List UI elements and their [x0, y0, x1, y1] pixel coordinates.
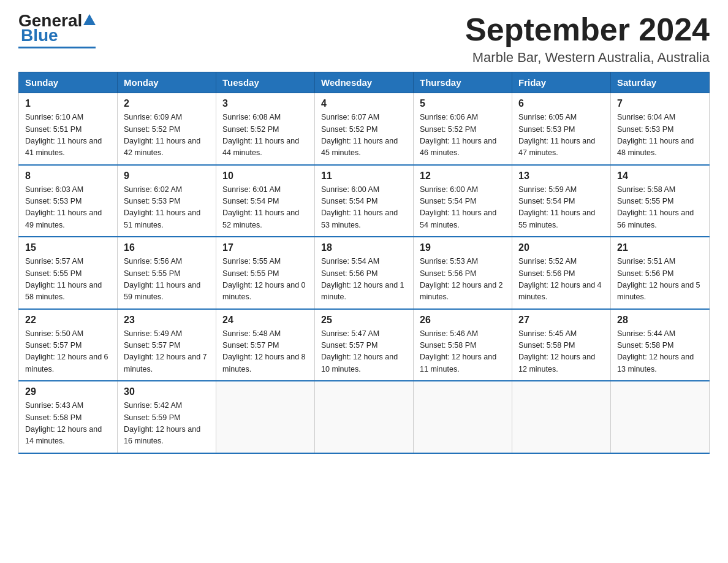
day-number: 1	[25, 98, 111, 109]
logo-triangle-icon	[83, 14, 96, 25]
day-info: Sunrise: 5:58 AMSunset: 5:55 PMDaylight:…	[617, 184, 703, 232]
logo-underline	[18, 47, 96, 48]
day-info: Sunrise: 5:46 AMSunset: 5:58 PMDaylight:…	[420, 328, 506, 376]
weekday-header-tuesday: Tuesday	[216, 72, 315, 93]
day-info: Sunrise: 5:45 AMSunset: 5:58 PMDaylight:…	[518, 328, 604, 376]
day-info: Sunrise: 6:04 AMSunset: 5:53 PMDaylight:…	[617, 112, 703, 159]
calendar-cell: 11Sunrise: 6:00 AMSunset: 5:54 PMDayligh…	[315, 165, 414, 237]
day-number: 30	[124, 386, 210, 397]
day-number: 12	[420, 170, 506, 182]
calendar-cell: 22Sunrise: 5:50 AMSunset: 5:57 PMDayligh…	[19, 309, 118, 381]
day-info: Sunrise: 6:00 AMSunset: 5:54 PMDaylight:…	[321, 184, 407, 232]
calendar-cell: 12Sunrise: 6:00 AMSunset: 5:54 PMDayligh…	[414, 165, 512, 237]
calendar-cell: 13Sunrise: 5:59 AMSunset: 5:54 PMDayligh…	[512, 165, 611, 237]
day-number: 14	[617, 170, 703, 182]
calendar-cell: 20Sunrise: 5:52 AMSunset: 5:56 PMDayligh…	[512, 237, 611, 309]
calendar-cell: 6Sunrise: 6:05 AMSunset: 5:53 PMDaylight…	[512, 93, 611, 165]
calendar-cell: 26Sunrise: 5:46 AMSunset: 5:58 PMDayligh…	[414, 309, 512, 381]
calendar-week-row: 15Sunrise: 5:57 AMSunset: 5:55 PMDayligh…	[19, 237, 710, 309]
calendar-cell: 25Sunrise: 5:47 AMSunset: 5:57 PMDayligh…	[315, 309, 414, 381]
calendar-cell	[611, 381, 710, 453]
day-number: 10	[222, 170, 308, 182]
day-number: 9	[124, 170, 210, 182]
weekday-header-wednesday: Wednesday	[315, 72, 414, 93]
day-number: 25	[321, 315, 407, 326]
calendar-cell: 8Sunrise: 6:03 AMSunset: 5:53 PMDaylight…	[19, 165, 118, 237]
day-info: Sunrise: 6:02 AMSunset: 5:53 PMDaylight:…	[124, 184, 210, 232]
day-info: Sunrise: 5:43 AMSunset: 5:58 PMDaylight:…	[25, 400, 111, 448]
day-info: Sunrise: 5:49 AMSunset: 5:57 PMDaylight:…	[124, 328, 210, 376]
day-number: 15	[25, 242, 111, 253]
calendar-week-row: 8Sunrise: 6:03 AMSunset: 5:53 PMDaylight…	[19, 165, 710, 237]
day-info: Sunrise: 6:06 AMSunset: 5:52 PMDaylight:…	[420, 112, 506, 159]
day-info: Sunrise: 6:01 AMSunset: 5:54 PMDaylight:…	[222, 184, 308, 232]
calendar-week-row: 1Sunrise: 6:10 AMSunset: 5:51 PMDaylight…	[19, 93, 710, 165]
day-info: Sunrise: 6:08 AMSunset: 5:52 PMDaylight:…	[222, 112, 308, 159]
day-info: Sunrise: 5:57 AMSunset: 5:55 PMDaylight:…	[25, 256, 111, 304]
calendar-cell: 10Sunrise: 6:01 AMSunset: 5:54 PMDayligh…	[216, 165, 315, 237]
calendar-week-row: 22Sunrise: 5:50 AMSunset: 5:57 PMDayligh…	[19, 309, 710, 381]
day-number: 22	[25, 315, 111, 326]
weekday-header-saturday: Saturday	[611, 72, 710, 93]
day-number: 27	[518, 315, 604, 326]
day-number: 28	[617, 315, 703, 326]
day-info: Sunrise: 6:03 AMSunset: 5:53 PMDaylight:…	[25, 184, 111, 232]
day-number: 3	[222, 98, 308, 109]
weekday-header-friday: Friday	[512, 72, 611, 93]
calendar-cell: 15Sunrise: 5:57 AMSunset: 5:55 PMDayligh…	[19, 237, 118, 309]
title-block: September 2024 Marble Bar, Western Austr…	[465, 12, 710, 66]
calendar-cell	[216, 381, 315, 453]
day-info: Sunrise: 5:59 AMSunset: 5:54 PMDaylight:…	[518, 184, 604, 232]
calendar-cell: 30Sunrise: 5:42 AMSunset: 5:59 PMDayligh…	[118, 381, 216, 453]
logo-blue-text: Blue	[21, 26, 58, 45]
page-header: General Blue September 2024 Marble Bar, …	[18, 12, 710, 66]
calendar-cell: 3Sunrise: 6:08 AMSunset: 5:52 PMDaylight…	[216, 93, 315, 165]
day-number: 20	[518, 242, 604, 253]
day-number: 23	[124, 315, 210, 326]
location-subtitle: Marble Bar, Western Australia, Australia	[465, 50, 710, 66]
weekday-header-thursday: Thursday	[414, 72, 512, 93]
calendar-cell: 29Sunrise: 5:43 AMSunset: 5:58 PMDayligh…	[19, 381, 118, 453]
day-info: Sunrise: 5:47 AMSunset: 5:57 PMDaylight:…	[321, 328, 407, 376]
calendar-cell: 1Sunrise: 6:10 AMSunset: 5:51 PMDaylight…	[19, 93, 118, 165]
day-number: 5	[420, 98, 506, 109]
calendar-cell: 9Sunrise: 6:02 AMSunset: 5:53 PMDaylight…	[118, 165, 216, 237]
day-info: Sunrise: 5:53 AMSunset: 5:56 PMDaylight:…	[420, 256, 506, 304]
month-title: September 2024	[465, 12, 710, 47]
day-info: Sunrise: 5:51 AMSunset: 5:56 PMDaylight:…	[617, 256, 703, 304]
weekday-header-monday: Monday	[118, 72, 216, 93]
day-info: Sunrise: 5:54 AMSunset: 5:56 PMDaylight:…	[321, 256, 407, 304]
day-number: 16	[124, 242, 210, 253]
calendar-cell: 21Sunrise: 5:51 AMSunset: 5:56 PMDayligh…	[611, 237, 710, 309]
day-info: Sunrise: 5:50 AMSunset: 5:57 PMDaylight:…	[25, 328, 111, 376]
day-info: Sunrise: 5:44 AMSunset: 5:58 PMDaylight:…	[617, 328, 703, 376]
calendar-table: SundayMondayTuesdayWednesdayThursdayFrid…	[18, 72, 710, 454]
day-number: 8	[25, 170, 111, 182]
calendar-cell: 28Sunrise: 5:44 AMSunset: 5:58 PMDayligh…	[611, 309, 710, 381]
day-info: Sunrise: 5:52 AMSunset: 5:56 PMDaylight:…	[518, 256, 604, 304]
calendar-cell: 4Sunrise: 6:07 AMSunset: 5:52 PMDaylight…	[315, 93, 414, 165]
day-number: 7	[617, 98, 703, 109]
calendar-cell: 2Sunrise: 6:09 AMSunset: 5:52 PMDaylight…	[118, 93, 216, 165]
calendar-header-row: SundayMondayTuesdayWednesdayThursdayFrid…	[19, 72, 710, 93]
day-info: Sunrise: 5:56 AMSunset: 5:55 PMDaylight:…	[124, 256, 210, 304]
calendar-cell: 24Sunrise: 5:48 AMSunset: 5:57 PMDayligh…	[216, 309, 315, 381]
day-info: Sunrise: 6:00 AMSunset: 5:54 PMDaylight:…	[420, 184, 506, 232]
day-number: 6	[518, 98, 604, 109]
day-info: Sunrise: 6:07 AMSunset: 5:52 PMDaylight:…	[321, 112, 407, 159]
day-info: Sunrise: 6:10 AMSunset: 5:51 PMDaylight:…	[25, 112, 111, 159]
calendar-cell: 14Sunrise: 5:58 AMSunset: 5:55 PMDayligh…	[611, 165, 710, 237]
calendar-cell	[315, 381, 414, 453]
day-number: 24	[222, 315, 308, 326]
day-number: 13	[518, 170, 604, 182]
day-number: 4	[321, 98, 407, 109]
calendar-week-row: 29Sunrise: 5:43 AMSunset: 5:58 PMDayligh…	[19, 381, 710, 453]
calendar-cell: 5Sunrise: 6:06 AMSunset: 5:52 PMDaylight…	[414, 93, 512, 165]
day-number: 29	[25, 386, 111, 397]
day-number: 18	[321, 242, 407, 253]
day-info: Sunrise: 5:48 AMSunset: 5:57 PMDaylight:…	[222, 328, 308, 376]
calendar-cell: 27Sunrise: 5:45 AMSunset: 5:58 PMDayligh…	[512, 309, 611, 381]
calendar-cell: 23Sunrise: 5:49 AMSunset: 5:57 PMDayligh…	[118, 309, 216, 381]
calendar-cell	[414, 381, 512, 453]
day-number: 17	[222, 242, 308, 253]
